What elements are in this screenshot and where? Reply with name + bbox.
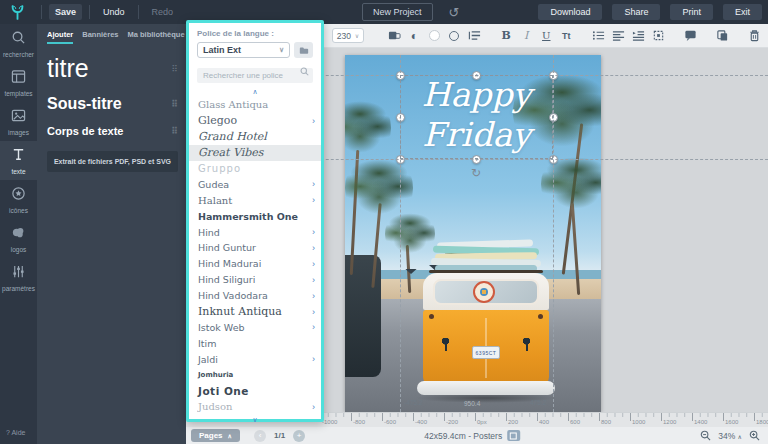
rotate-handle-icon[interactable]: ↻ [471,166,481,180]
font-picker-popover: Police de la langue : Latin Ext∨ ∧ Glass… [186,20,324,422]
logo-blob-icon [11,225,26,244]
add-page-button[interactable]: + [293,430,305,442]
sidebar-item-images[interactable]: images [0,102,37,141]
exit-button[interactable]: Exit [723,4,762,20]
text-case-button[interactable]: Tt [558,28,574,44]
font-list-item[interactable]: Istok Web› [189,319,321,335]
sidebar-item-label: logos [11,246,27,253]
drag-handle-icon[interactable]: ⠿ [171,99,178,109]
text-icon [11,147,26,166]
color-swatch-icon[interactable] [386,28,402,44]
zoom-in-icon[interactable] [749,430,760,441]
sidebar-item-templates[interactable]: templates [0,63,37,102]
font-list-item[interactable]: Hind Guntur› [189,240,321,256]
chevron-down-icon: ∨ [279,46,284,54]
font-list-item[interactable]: Hind Siliguri› [189,272,321,288]
sidebar-item-rechercher[interactable]: rechercher [0,24,37,63]
italic-button[interactable]: I [518,28,534,44]
font-list-item[interactable]: Gudea› [189,176,321,192]
zoom-level[interactable]: 34% ∧ [718,431,742,441]
font-list-item[interactable]: Joti One [189,383,321,399]
pages-button[interactable]: Pages∧ [191,429,240,442]
sidebar-item-texte[interactable]: texte [0,141,37,180]
ruler-label: 1200 [663,419,676,425]
trash-icon[interactable] [746,28,762,44]
new-project-button[interactable]: New Project [362,3,433,21]
text-style-item[interactable]: Corps de texte⠿ [47,125,178,137]
font-list-item[interactable]: Itim [189,335,321,351]
position-frame-icon[interactable] [650,28,666,44]
zoom-out-icon[interactable] [700,430,711,441]
format-settings-icon[interactable] [507,430,520,441]
download-button[interactable]: Download [538,4,602,20]
font-list-item[interactable]: Jaldi› [189,351,321,367]
font-list-item[interactable]: Jomhuria [189,367,321,383]
font-list-item[interactable]: Judson› [189,399,321,415]
tab-ma-bibliothèque[interactable]: Ma bibliothèque [128,30,185,44]
text-style-item[interactable]: titre⠿ [47,54,178,83]
outline-circle-icon[interactable] [446,28,462,44]
comment-icon[interactable] [682,28,698,44]
print-button[interactable]: Print [670,4,713,20]
help-link[interactable]: ? Aide [6,429,25,436]
tab-bannières[interactable]: Bannières [82,30,118,44]
font-list-item[interactable]: Hind Vadodara› [189,288,321,304]
contrast-icon[interactable]: ◐ [406,28,422,44]
line-spacing-icon[interactable] [466,28,482,44]
font-size-dropdown[interactable]: 230∨ [332,28,365,43]
drag-handle-icon[interactable]: ⠿ [171,64,178,74]
prev-page-button[interactable]: ‹ [254,430,266,442]
font-search-input[interactable] [197,68,313,83]
scroll-down-icon[interactable]: ∨ [189,415,321,425]
sidebar-item-label: icônes [9,207,28,214]
app-logo-icon[interactable] [0,4,34,21]
align-left-icon[interactable] [610,28,626,44]
selection-box[interactable] [400,75,553,159]
sidebar-item-parametres[interactable]: paramètres [0,258,37,297]
font-list-item[interactable]: Hind Madurai› [189,256,321,272]
font-list-item[interactable]: Inknut Antiqua› [189,304,321,320]
ruler-label: -600 [384,419,396,425]
text-color-circle-icon[interactable] [426,28,442,44]
tab-ajouter[interactable]: Ajouter [47,30,73,44]
font-list-item[interactable]: Halant› [189,192,321,208]
font-name: Gudea [198,179,229,190]
drag-handle-icon[interactable]: ⠿ [171,126,178,136]
font-list-item[interactable]: Hind› [189,224,321,240]
save-button[interactable]: Save [49,4,82,20]
license-plate: 6395CT [472,346,500,359]
indent-icon[interactable] [630,28,646,44]
font-list-item[interactable]: Grand Hotel [189,129,321,145]
font-list-item[interactable]: Glegoo› [189,113,321,129]
font-list-item[interactable]: Glass Antiqua [189,97,321,113]
icon-rail: recherchertemplatesimagestexteicôneslogo… [0,24,37,444]
chevron-up-icon: ∧ [738,434,742,440]
search-icon [300,67,309,76]
ruler-label: 1000 [632,419,645,425]
extract-pdf-button[interactable]: Extrait de fichiers PDF, PSD et SVG [47,151,178,172]
font-list-item[interactable]: Gruppo [189,161,321,177]
palm-tree [385,207,435,261]
text-panel: AjouterBannièresMa bibliothèque titre⠿So… [37,24,186,444]
bullet-list-icon[interactable] [590,28,606,44]
font-list-item[interactable]: Great Vibes [189,145,321,161]
underline-button[interactable]: U [538,28,554,44]
scroll-up-icon[interactable]: ∧ [189,87,321,97]
font-list-item[interactable]: Hammersmith One [189,208,321,224]
divider [41,5,42,19]
undo-button[interactable]: Undo [97,4,131,20]
language-select[interactable]: Latin Ext∨ [197,42,290,58]
duplicate-icon[interactable] [714,28,730,44]
bold-button[interactable]: B [498,28,514,44]
font-folder-button[interactable] [294,42,313,58]
guide-width-label: 950.4 [464,400,480,407]
history-icon[interactable]: ↺ [449,5,460,20]
sidebar-item-logos[interactable]: logos [0,219,37,258]
beach-umbrella [405,269,416,274]
text-style-item[interactable]: Sous-titre⠿ [47,95,178,113]
share-button[interactable]: Share [612,4,660,20]
ruler-label: 600 [570,419,580,425]
guide-position-label: 475.2 [530,399,546,406]
sidebar-item-icones[interactable]: icônes [0,180,37,219]
redo-button[interactable]: Redo [146,4,180,20]
